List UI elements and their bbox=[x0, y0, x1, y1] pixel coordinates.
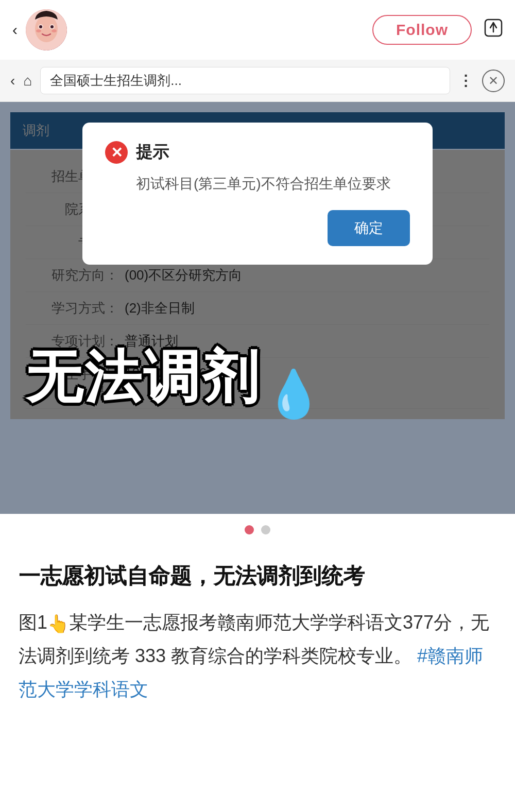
finger-emoji: 👆 bbox=[47, 614, 69, 633]
share-icon[interactable] bbox=[484, 19, 503, 41]
svg-point-7 bbox=[52, 29, 57, 32]
pagination-dot-2[interactable] bbox=[261, 525, 270, 534]
dialog-footer: 确定 bbox=[105, 210, 410, 246]
dialog-box: ✕ 提示 初试科目(第三单元)不符合招生单位要求 确定 bbox=[82, 123, 433, 265]
pagination-dots bbox=[0, 514, 515, 546]
avatar-face bbox=[26, 9, 67, 50]
article-section: 一志愿初试自命题，无法调剂到统考 图1👆某学生一志愿报考赣南师范大学学科语文37… bbox=[0, 546, 515, 727]
dialog-message: 初试科目(第三单元)不符合招生单位要求 bbox=[105, 174, 410, 194]
svg-point-1 bbox=[35, 15, 58, 42]
error-icon: ✕ bbox=[105, 141, 128, 164]
browser-home-button[interactable]: ⌂ bbox=[23, 73, 32, 89]
svg-point-4 bbox=[39, 25, 42, 28]
browser-nav-bar: ‹ ⌂ 全国硕士生招生调剂... ⋮ ✕ bbox=[0, 60, 515, 102]
article-body: 图1👆某学生一志愿报考赣南师范大学学科语文377分，无法调剂到统考 333 教育… bbox=[19, 606, 496, 706]
browser-more-button[interactable]: ⋮ bbox=[458, 72, 474, 89]
svg-point-5 bbox=[50, 25, 54, 28]
back-button[interactable]: ‹ bbox=[12, 21, 18, 39]
follow-button[interactable]: Follow bbox=[372, 15, 472, 45]
dialog-confirm-button[interactable]: 确定 bbox=[328, 210, 410, 246]
article-title: 一志愿初试自命题，无法调剂到统考 bbox=[19, 561, 496, 592]
dialog-overlay: ✕ 提示 初试科目(第三单元)不符合招生单位要求 确定 bbox=[0, 102, 515, 514]
screenshot-area: 调剂 招生单位： (10390)集美大学 院系所： (051)海洋文化与法律学院… bbox=[0, 102, 515, 514]
top-bar: ‹ Follow bbox=[0, 0, 515, 60]
browser-close-button[interactable]: ✕ bbox=[482, 70, 505, 92]
pagination-dot-1[interactable] bbox=[245, 525, 254, 534]
browser-back-button[interactable]: ‹ bbox=[10, 73, 15, 89]
url-bar[interactable]: 全国硕士生招生调剂... bbox=[40, 67, 450, 94]
article-body-part1: 图1 bbox=[19, 612, 47, 633]
svg-point-6 bbox=[36, 29, 41, 32]
dialog-header: ✕ 提示 bbox=[105, 141, 410, 164]
dialog-title: 提示 bbox=[136, 141, 169, 164]
avatar[interactable] bbox=[26, 9, 67, 50]
